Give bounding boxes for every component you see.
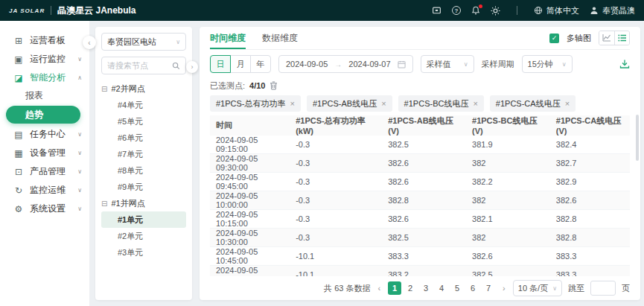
page-size-select[interactable]: 10 条/页 ∨	[513, 280, 562, 296]
analysis-icon: ◪	[13, 73, 24, 83]
tree-group-label: #2并网点	[111, 83, 144, 95]
table-row: 2024-09-05 10:15:00-0.3382.6382.1382.8	[210, 210, 630, 229]
column-header-bc-voltage: #1PCS-BC线电压(V)	[466, 115, 550, 136]
chart-view-icon[interactable]	[599, 31, 614, 45]
sidebar-item-analysis[interactable]: ◪ 智能分析 ∧	[0, 68, 89, 87]
tab-data-dimension[interactable]: 数据维度	[262, 27, 298, 49]
chip-label: #1PCS-总有功功率	[216, 98, 286, 109]
body-row: ⊞ 运营看板 ▣ 运行监控 ∨ ◪ 智能分析 ∧ 报表 趋势 ▤ 任务中心	[0, 21, 644, 306]
tree-node-unit6[interactable]: #6单元	[101, 130, 186, 146]
chevron-down-icon: ∨	[562, 61, 567, 68]
page-button-3[interactable]: 3	[419, 281, 433, 295]
sidebar-collapse-button[interactable]: ‹	[83, 36, 96, 49]
gear-icon: ⚙	[13, 204, 24, 214]
total-count-label: 共 63 条数据	[324, 283, 370, 294]
chevron-down-icon: ∨	[552, 285, 557, 292]
tree-node-unit1-selected[interactable]: #1单元	[101, 211, 186, 228]
page-numbers: 1 2 3 4 5 6 7	[388, 281, 495, 295]
chevron-down-icon: ∨	[77, 187, 82, 194]
fullscreen-icon[interactable]	[432, 6, 441, 16]
product-icon: ⊡	[13, 167, 24, 177]
theme-sun-icon[interactable]	[491, 6, 500, 16]
tree-node-unit2[interactable]: #2单元	[101, 228, 186, 244]
next-page-icon[interactable]: ›	[501, 284, 507, 293]
sidebar-item-tasks[interactable]: ▤ 任务中心 ∨	[0, 125, 89, 144]
dashboard-icon: ⊞	[13, 36, 24, 46]
chip-ca-voltage[interactable]: #1PCS-CA线电压 ×	[490, 95, 576, 112]
sidebar-item-devices[interactable]: ▦ 设备管理 ∨	[0, 144, 89, 162]
arrow-right-icon: →	[334, 60, 342, 68]
sidebar-item-label: 系统设置	[30, 203, 66, 215]
date-range-picker[interactable]: 2024-09-05 → 2024-09-07	[278, 55, 413, 73]
tree-node-unit3[interactable]: #3单元	[101, 244, 186, 261]
tree-panel-expand-button[interactable]: ›	[186, 61, 198, 73]
sidebar-item-settings[interactable]: ⚙ 系统设置 ∨	[0, 200, 89, 218]
page-button-1[interactable]: 1	[388, 281, 401, 295]
tab-time-dimension[interactable]: 时间维度	[210, 27, 246, 49]
sidebar-subitem-trend-active[interactable]: 趋势	[6, 106, 80, 124]
topbar-divider	[517, 6, 517, 15]
tree-group-grid2[interactable]: ⊟ #2并网点	[101, 80, 186, 97]
page-button-5[interactable]: 5	[450, 281, 464, 295]
prev-page-icon[interactable]: ‹	[376, 284, 382, 293]
help-icon[interactable]: ?	[452, 6, 461, 15]
tree-group-grid1[interactable]: ⊟ #1并网点	[101, 195, 186, 211]
sidebar-item-dashboard[interactable]: ⊞ 运营看板	[0, 31, 89, 50]
content-area: 奉贤园区电站 ∨ ⊟ #2并网点 #4单元 #5单元 #6单元	[89, 21, 644, 306]
sidebar-subitem-report[interactable]: 报表	[0, 87, 89, 104]
sample-type-select[interactable]: 采样值 ∨	[421, 55, 474, 73]
node-search-input[interactable]	[107, 61, 171, 70]
sidebar-item-ops[interactable]: ↻ 监控运维 ∨	[0, 181, 89, 200]
page-size-value: 10 条/页	[518, 283, 548, 294]
sample-cycle-value: 15分钟	[528, 59, 553, 70]
tabs-row: 时间维度 数据维度 ✓ 多轴图	[210, 27, 630, 50]
station-select[interactable]: 奉贤园区电站 ∨	[101, 33, 186, 51]
chip-ab-voltage[interactable]: #1PCS-AB线电压 ×	[307, 95, 392, 112]
page-button-4[interactable]: 4	[435, 281, 448, 295]
page-suffix-label: 页	[622, 283, 630, 294]
download-icon[interactable]	[619, 59, 630, 69]
period-year-button[interactable]: 年	[250, 55, 271, 73]
language-switcher[interactable]: 简体中文	[534, 5, 579, 16]
period-month-button[interactable]: 月	[230, 55, 251, 73]
table-row: 2024-09-05 11:00:00-10.1383.2382.5383.3	[210, 266, 630, 277]
table-view-icon[interactable]	[614, 31, 629, 45]
filter-controls-row: 日 月 年 2024-09-05 → 2024-09-07 采样值	[210, 50, 630, 78]
table-scrollbar[interactable]	[636, 115, 639, 161]
task-icon: ▤	[13, 130, 24, 140]
chip-total-active-power[interactable]: #1PCS-总有功功率 ×	[210, 95, 301, 112]
multi-axis-checkbox[interactable]: ✓	[549, 34, 559, 43]
period-day-button[interactable]: 日	[210, 55, 231, 73]
chip-close-icon[interactable]: ×	[565, 99, 570, 108]
app-window: JA SOLAR 晶澳星云 JAnebula ? 简体中文 奉贤晶澳	[0, 0, 644, 306]
globe-icon	[534, 6, 543, 15]
tree-collapse-icon[interactable]: ⊟	[101, 85, 107, 93]
column-header-time: 时间	[210, 115, 290, 136]
clear-selection-trash-icon[interactable]	[270, 81, 278, 90]
tree-node-unit9[interactable]: #9单元	[101, 179, 186, 195]
notifications-bell-icon[interactable]	[471, 6, 480, 16]
page-button-6[interactable]: 6	[466, 281, 479, 295]
sidebar-item-monitoring[interactable]: ▣ 运行监控 ∨	[0, 50, 89, 68]
chip-close-icon[interactable]: ×	[381, 99, 386, 108]
jump-to-page-input[interactable]	[590, 281, 616, 296]
tree-node-unit5[interactable]: #5单元	[101, 113, 186, 130]
sidebar-item-products[interactable]: ⊡ 产品管理 ∨	[0, 162, 89, 181]
page-button-7[interactable]: 7	[482, 281, 495, 295]
user-menu[interactable]: 奉贤晶澳	[590, 5, 635, 16]
tree-collapse-icon[interactable]: ⊟	[101, 200, 107, 208]
sample-cycle-select[interactable]: 15分钟 ∨	[522, 55, 573, 73]
tree-node-unit4[interactable]: #4单元	[101, 97, 186, 113]
table-row: 2024-09-05 10:30:00-0.3382.5382382.8	[210, 229, 630, 247]
table-row: 2024-09-05 09:30:00-0.3382.6382382.7	[210, 154, 630, 173]
chevron-down-icon: ∨	[176, 39, 180, 45]
page-button-2[interactable]: 2	[404, 281, 417, 295]
chip-close-icon[interactable]: ×	[290, 99, 295, 108]
chip-close-icon[interactable]: ×	[473, 99, 477, 108]
tree-node-unit7[interactable]: #7单元	[101, 146, 186, 162]
pagination-bar: 共 63 条数据 ‹ 1 2 3 4 5 6 7 › 10 条/页 ∨	[210, 276, 630, 300]
tree-node-unit8[interactable]: #8单元	[101, 162, 186, 179]
data-table: 时间 #1PCS-总有功功率(kW) #1PCS-AB线电压(V) #1PCS-…	[210, 115, 630, 276]
chip-bc-voltage[interactable]: #1PCS-BC线电压 ×	[398, 95, 484, 112]
search-icon[interactable]	[172, 62, 180, 70]
